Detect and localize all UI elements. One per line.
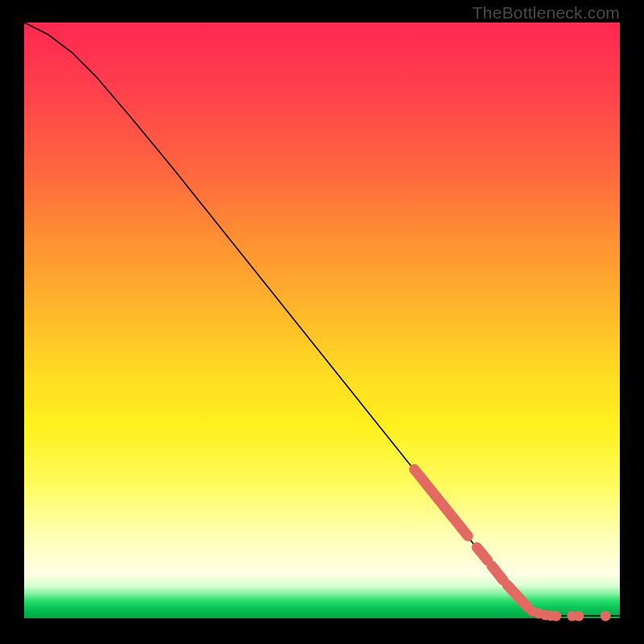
bottleneck-curve	[24, 23, 620, 616]
marker-segment	[492, 566, 503, 580]
tail-marker	[573, 611, 584, 621]
watermark-label: TheBottleneck.com	[473, 3, 620, 23]
chart-frame: TheBottleneck.com	[0, 0, 644, 644]
tail-marker	[551, 611, 561, 621]
plot-area	[24, 23, 620, 618]
tail-markers	[527, 606, 611, 621]
marker-segment	[507, 585, 528, 608]
chart-svg	[24, 23, 620, 618]
marker-segment	[415, 469, 469, 536]
marker-segment	[477, 547, 487, 560]
marker-segments	[415, 469, 528, 608]
tail-marker	[601, 611, 611, 621]
